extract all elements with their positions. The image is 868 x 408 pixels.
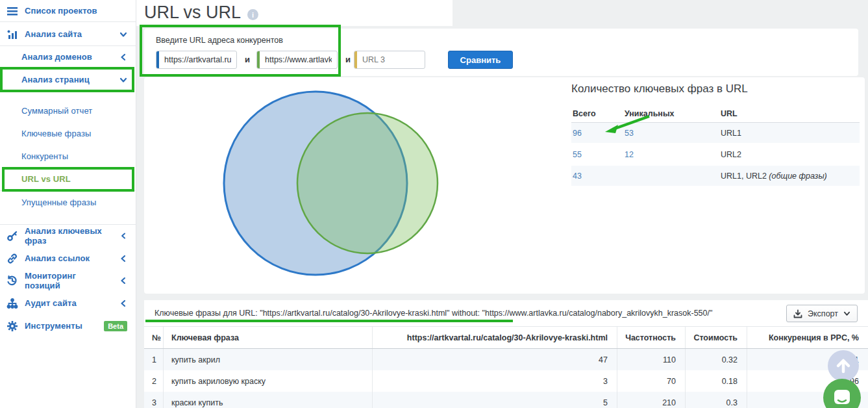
cell-url-count: 5 — [373, 392, 617, 408]
cell-frequency: 110 — [617, 349, 686, 370]
header-url: https://artkvartal.ru/catalog/30-Akrilov… — [373, 327, 617, 348]
info-icon[interactable]: i — [247, 9, 258, 20]
sidebar: Список проектов Анализ сайта Анализ доме… — [0, 0, 136, 408]
header-phrase: Ключевая фраза — [164, 327, 373, 348]
bar-chart-icon — [6, 29, 18, 40]
sidebar-item-label: Конкуренты — [21, 151, 68, 161]
chevron-left-icon — [120, 232, 127, 240]
cell-url-count: 47 — [373, 349, 617, 370]
venn-circle-url2[interactable] — [297, 113, 438, 253]
export-button-label: Экспорт — [808, 309, 838, 318]
url2-accent-bar — [257, 51, 260, 68]
compare-form: Введите URL адреса конкурентов и и Сравн… — [144, 29, 858, 76]
total-link[interactable]: 96 — [573, 129, 582, 138]
page-title-text: URL vs URL — [144, 3, 241, 23]
counts-header-url: URL — [721, 109, 860, 118]
sidebar-item-missed-phrases[interactable]: Упущенные фразы — [0, 191, 136, 214]
export-button[interactable]: Экспорт — [786, 305, 858, 322]
sidebar-item-position-monitoring[interactable]: Мониторинг позиций — [0, 269, 136, 292]
url1-accent-bar — [156, 51, 159, 68]
url1-input[interactable] — [156, 51, 237, 69]
table-row: 3 краски купить 5 210 0.3 4 — [144, 392, 868, 408]
total-link[interactable]: 43 — [573, 172, 582, 181]
keywords-panel: Ключевые фразы для URL: "https://artkvar… — [144, 300, 868, 408]
cell-num: 1 — [144, 349, 164, 370]
sidebar-item-label: Суммарный отчет — [21, 106, 92, 116]
scroll-to-top-button[interactable] — [828, 350, 859, 381]
counts-header-row: Всего Уникальных URL — [571, 105, 860, 123]
sidebar-item-label: Мониторинг позиций — [25, 271, 113, 290]
link-icon — [6, 253, 18, 264]
sidebar-item-tools[interactable]: Инструменты Beta — [0, 314, 136, 337]
url3-accent-bar — [354, 51, 357, 68]
cell-cost: 0.32 — [686, 349, 747, 370]
table-row: 1 купить акрил 47 110 0.32 1 — [144, 349, 868, 370]
sidebar-item-label: Упущенные фразы — [21, 198, 96, 207]
chevron-down-icon — [119, 76, 127, 84]
cell-phrase: купить акрил — [164, 349, 373, 370]
counts-header-unique: Уникальных — [625, 109, 721, 118]
url2-input[interactable] — [256, 51, 338, 69]
table-row: 43 URL1, URL2 (общие фразы) — [571, 166, 860, 186]
arrow-up-icon — [836, 358, 851, 374]
cell-frequency: 210 — [617, 392, 686, 408]
and-separator: и — [345, 55, 351, 64]
url-cell-text: URL1, URL2 — [721, 172, 769, 181]
gear-icon — [6, 320, 18, 332]
unique-link[interactable]: 12 — [625, 150, 634, 159]
form-label: Введите URL адреса конкурентов — [156, 36, 283, 45]
url-cell: URL1, URL2 (общие фразы) — [721, 172, 860, 181]
sidebar-item-label: Ключевые фразы — [21, 129, 91, 138]
sidebar-item-keyword-analysis[interactable]: Анализ ключевых фраз — [0, 224, 136, 247]
sidebar-item-projects[interactable]: Список проектов — [0, 0, 136, 21]
keywords-header-row: № Ключевая фраза https://artkvartal.ru/c… — [144, 326, 868, 349]
cell-cost: 0.18 — [686, 370, 747, 392]
sidebar-item-label: Анализ страниц — [21, 75, 90, 84]
sidebar-item-site-analysis[interactable]: Анализ сайта — [0, 23, 136, 45]
keywords-caption: Ключевые фразы для URL: "https://artkvar… — [155, 309, 784, 318]
header-num: № — [144, 327, 164, 348]
sidebar-item-label: Анализ ссылок — [25, 253, 90, 263]
sidebar-item-keyphrases[interactable]: Ключевые фразы — [0, 122, 136, 145]
table-row: 96 53 URL1 — [571, 123, 860, 143]
url-cell: URL2 — [721, 150, 860, 159]
header-ppc: Конкуренция в PPC, % — [747, 327, 868, 348]
counts-title: Количество ключевых фраз в URL — [571, 83, 860, 96]
counts-header-total: Всего — [571, 109, 625, 118]
header-cost: Стоимость — [686, 327, 747, 348]
chevron-down-icon — [843, 310, 850, 317]
cell-cost: 0.3 — [686, 392, 747, 408]
sidebar-item-link-analysis[interactable]: Анализ ссылок — [0, 247, 136, 270]
app-window: Список проектов Анализ сайта Анализ доме… — [0, 0, 868, 408]
sidebar-item-label: Анализ доменов — [21, 52, 92, 62]
unique-link[interactable]: 53 — [625, 129, 634, 138]
sidebar-item-summary-report[interactable]: Суммарный отчет — [0, 99, 136, 122]
counts-table: Количество ключевых фраз в URL Всего Уни… — [571, 83, 860, 187]
total-link[interactable]: 55 — [573, 150, 582, 159]
venn-panel: Количество ключевых фраз в URL Всего Уни… — [144, 77, 865, 294]
sidebar-item-domain-analysis[interactable]: Анализ доменов — [0, 45, 136, 68]
sidebar-item-label: Анализ ключевых фраз — [25, 226, 114, 246]
sidebar-item-site-audit[interactable]: Аудит сайта — [0, 292, 136, 314]
venn-diagram — [144, 77, 560, 294]
url3-input[interactable] — [354, 51, 425, 69]
download-icon — [793, 309, 802, 318]
chat-bubble-icon — [832, 387, 852, 408]
sidebar-item-label: Аудит сайта — [25, 298, 77, 308]
sidebar-item-label: URL vs URL — [21, 174, 71, 184]
keywords-table: № Ключевая фраза https://artkvartal.ru/c… — [144, 326, 868, 408]
page-title: URL vs URL i — [144, 3, 258, 23]
compare-button[interactable]: Сравнить — [448, 51, 513, 69]
sidebar-item-page-analysis[interactable]: Анализ страниц — [0, 68, 136, 91]
chevron-down-icon — [119, 31, 127, 38]
cell-num: 3 — [144, 392, 164, 408]
header-frequency: Частотность — [617, 327, 686, 348]
sidebar-item-url-vs-url[interactable]: URL vs URL — [0, 168, 136, 191]
hamburger-icon — [6, 5, 18, 17]
beta-badge: Beta — [104, 321, 127, 331]
and-separator: и — [245, 55, 250, 64]
cell-phrase: краски купить — [164, 392, 373, 408]
sidebar-item-competitors[interactable]: Конкуренты — [0, 145, 136, 168]
key-icon — [6, 230, 18, 242]
sidebar-item-label: Инструменты — [25, 321, 82, 331]
